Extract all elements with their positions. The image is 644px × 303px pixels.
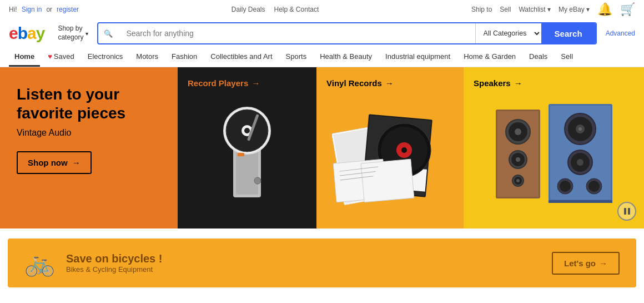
nav-item-collectibles[interactable]: Collectibles and Art (205, 48, 278, 67)
nav-item-fashion[interactable]: Fashion (166, 48, 203, 67)
logo-b: b (18, 24, 27, 42)
heart-icon: ♥ (48, 52, 52, 61)
nav-item-home[interactable]: Home (9, 48, 40, 67)
bike-subtext: Bikes & Cycling Equipment (66, 265, 162, 274)
daily-deals-link[interactable]: Daily Deals (232, 6, 265, 13)
top-bar-greeting: Hi! Sign in or register (9, 6, 79, 13)
speakers-arrow-icon: → (514, 78, 522, 88)
hero-vinyl-records-panel[interactable]: Vinyl Records → (316, 67, 464, 229)
main-nav: Home ♥ Saved Electronics Motors Fashion … (0, 48, 644, 67)
logo-e: e (9, 24, 18, 42)
bike-text: Save on bicycles ! Bikes & Cycling Equip… (66, 252, 162, 274)
svg-rect-47 (549, 200, 612, 203)
search-bar: 🔍 All Categories Search (97, 22, 596, 44)
pause-bar-left (624, 208, 626, 215)
search-button[interactable]: Search (541, 23, 596, 43)
pause-button[interactable] (617, 202, 636, 221)
top-bar-right: Ship to Sell Watchlist ▾ My eBay ▾ 🔔 🛒 (471, 2, 635, 17)
logo-y: y (36, 24, 45, 42)
nav-item-sports[interactable]: Sports (280, 48, 313, 67)
nav-item-sell[interactable]: Sell (555, 48, 578, 67)
search-icon: 🔍 (98, 23, 118, 43)
nav-item-motors[interactable]: Motors (130, 48, 164, 67)
lets-go-button[interactable]: Let's go → (552, 252, 620, 275)
hero-subtitle: Vintage Audio (17, 128, 161, 138)
hero-speakers-panel[interactable]: Speakers → (464, 67, 644, 229)
vinyl-records-title: Vinyl Records → (326, 78, 454, 88)
pause-icon (623, 207, 631, 215)
help-contact-link[interactable]: Help & Contact (274, 6, 319, 13)
record-players-label: Record Players (188, 78, 248, 88)
lets-go-arrow-icon: → (599, 259, 607, 268)
myebay-chevron-icon: ▾ (586, 6, 590, 13)
record-player-svg (217, 97, 278, 208)
record-player-image-container (188, 88, 306, 217)
top-bar: Hi! Sign in or register Daily Deals Help… (0, 0, 644, 19)
header: ebay Shop by category ▾ 🔍 All Categories… (0, 19, 644, 48)
svg-rect-19 (361, 159, 414, 202)
logo-a: a (27, 24, 36, 42)
register-link[interactable]: register (57, 6, 79, 13)
myebay-link[interactable]: My eBay ▾ (559, 6, 590, 13)
hero-banner: Listen to your favorite pieces Vintage A… (0, 67, 644, 229)
svg-point-30 (516, 157, 520, 162)
svg-point-39 (578, 127, 582, 131)
search-input[interactable] (118, 23, 475, 43)
speakers-image-container (474, 88, 634, 217)
svg-point-42 (577, 159, 583, 166)
or-text: or (46, 6, 52, 13)
svg-point-46 (588, 181, 600, 192)
myebay-label: My eBay (559, 6, 585, 13)
svg-point-44 (560, 181, 571, 192)
advanced-search-link[interactable]: Advanced (606, 29, 635, 37)
signin-link[interactable]: Sign in (22, 6, 42, 13)
shop-now-label: Shop now (28, 158, 68, 167)
top-bar-center: Daily Deals Help & Contact (232, 6, 319, 13)
vinyl-image-container (326, 88, 454, 217)
speakers-label: Speakers (474, 78, 511, 88)
nav-item-health-beauty[interactable]: Health & Beauty (314, 48, 378, 67)
nav-item-deals[interactable]: Deals (524, 48, 553, 67)
svg-point-27 (515, 128, 521, 135)
record-players-title: Record Players → (188, 78, 306, 88)
ebay-logo[interactable]: ebay (9, 24, 44, 43)
hero-record-players-panel[interactable]: Record Players → (178, 67, 316, 229)
svg-point-33 (516, 179, 520, 182)
bike-heading: Save on bicycles ! (66, 252, 162, 265)
shop-now-arrow-icon: → (72, 158, 80, 167)
vinyl-records-label: Vinyl Records (326, 78, 382, 88)
svg-rect-7 (238, 153, 244, 156)
shop-by-text: Shop by category (58, 24, 83, 42)
watchlist-link[interactable]: Watchlist ▾ (519, 6, 551, 13)
hero-heading: Listen to your favorite pieces (17, 85, 161, 122)
shop-by-line2: category (58, 33, 83, 42)
hero-left-panel: Listen to your favorite pieces Vintage A… (0, 67, 178, 229)
vinyl-records-arrow-icon: → (385, 78, 394, 88)
pause-bar-right (628, 208, 630, 215)
cart-icon[interactable]: 🛒 (620, 2, 635, 17)
watchlist-chevron-icon: ▾ (547, 6, 551, 13)
bike-banner: 🚲 Save on bicycles ! Bikes & Cycling Equ… (8, 239, 636, 287)
search-category-select[interactable]: All Categories (475, 23, 541, 43)
shop-by-line1: Shop by (58, 24, 83, 33)
nav-item-industrial[interactable]: Industrial equipment (380, 48, 456, 67)
sell-link[interactable]: Sell (500, 6, 511, 13)
speakers-title: Speakers → (474, 78, 634, 88)
vinyl-records-svg (332, 100, 449, 206)
nav-item-home-garden[interactable]: Home & Garden (458, 48, 521, 67)
nav-item-saved[interactable]: ♥ Saved (42, 48, 80, 67)
watchlist-label: Watchlist (519, 6, 545, 13)
ship-to-label: Ship to (471, 6, 492, 13)
shop-by-category-button[interactable]: Shop by category ▾ (54, 22, 92, 44)
bell-icon[interactable]: 🔔 (597, 2, 612, 17)
bicycle-icon: 🚲 (24, 249, 55, 277)
svg-point-8 (254, 177, 261, 184)
nav-saved-label: Saved (54, 52, 74, 61)
record-players-arrow-icon: → (251, 78, 260, 88)
speakers-svg (493, 98, 615, 207)
shop-now-button[interactable]: Shop now → (17, 151, 92, 174)
lets-go-label: Let's go (564, 259, 596, 268)
nav-item-electronics[interactable]: Electronics (82, 48, 129, 67)
greeting-text: Hi! (9, 6, 17, 13)
svg-point-5 (244, 128, 250, 133)
